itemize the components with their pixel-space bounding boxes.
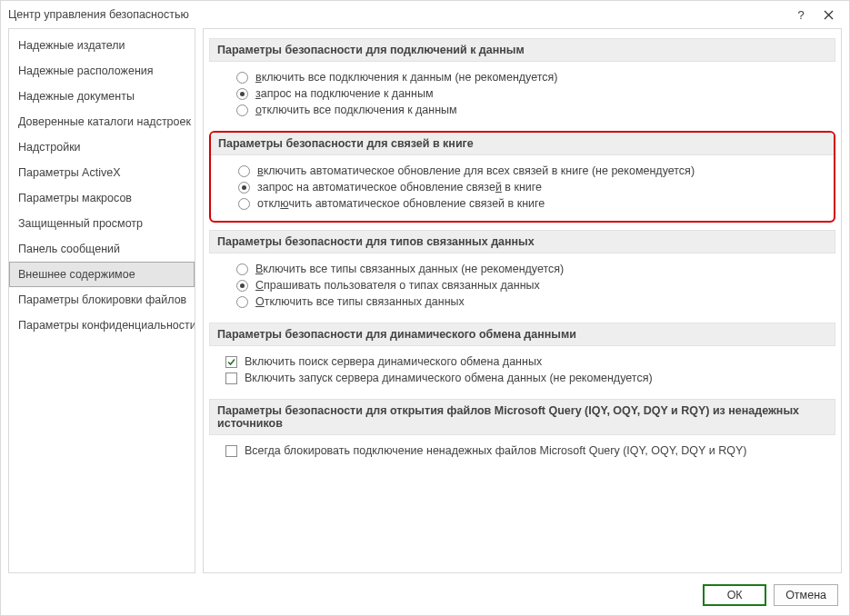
sidebar-item[interactable]: Панель сообщений <box>9 236 195 262</box>
section-data-connections: Параметры безопасности для подключений к… <box>209 38 835 124</box>
radio-option[interactable]: Включить все типы связанных данных (не р… <box>236 261 828 277</box>
ok-button[interactable]: ОК <box>703 584 766 606</box>
checkbox-option[interactable]: Включить поиск сервера динамического обм… <box>225 353 828 370</box>
radio-icon <box>236 280 248 292</box>
radio-option[interactable]: запрос на автоматическое обновление связ… <box>238 179 826 195</box>
option-label: запрос на подключение к данным <box>255 87 434 100</box>
radio-option[interactable]: Спрашивать пользователя о типах связанны… <box>236 277 828 293</box>
sidebar-item[interactable]: Надежные расположения <box>9 58 195 84</box>
radio-icon <box>236 88 248 100</box>
option-label: запрос на автоматическое обновление связ… <box>257 181 542 194</box>
cancel-button[interactable]: Отмена <box>774 584 838 606</box>
option-label: отключить автоматическое обновление связ… <box>257 197 545 210</box>
radio-icon <box>238 198 250 210</box>
sidebar-item[interactable]: Параметры ActiveX <box>9 160 195 185</box>
checkbox-option[interactable]: Всегда блокировать подключение ненадежны… <box>225 442 828 459</box>
close-button[interactable] <box>815 5 842 25</box>
option-label: включить все подключения к данным (не ре… <box>255 71 558 84</box>
checkbox-icon <box>225 445 237 457</box>
help-button[interactable]: ? <box>787 5 815 25</box>
section-header: Параметры безопасности для связей в книг… <box>211 133 834 155</box>
checkbox-option[interactable]: Включить запуск сервера динамического об… <box>225 370 828 386</box>
sidebar-item[interactable]: Доверенные каталоги надстроек <box>9 109 195 134</box>
sidebar-item[interactable]: Внешнее содержимое <box>9 262 195 287</box>
radio-icon <box>238 165 250 177</box>
section-header: Параметры безопасности для динамического… <box>209 323 835 346</box>
radio-option[interactable]: Отключить все типы связанных данных <box>236 293 828 310</box>
section-dde: Параметры безопасности для динамического… <box>209 323 835 392</box>
sidebar-item[interactable]: Надежные издатели <box>9 33 195 58</box>
checkbox-icon <box>225 373 237 384</box>
sidebar-item[interactable]: Параметры макросов <box>9 185 195 211</box>
radio-option[interactable]: запрос на подключение к данным <box>236 85 828 102</box>
sidebar-item[interactable]: Параметры блокировки файлов <box>9 287 195 313</box>
radio-option[interactable]: отключить все подключения к данным <box>236 102 828 118</box>
radio-option[interactable]: включить автоматическое обновление для в… <box>238 163 826 179</box>
radio-icon <box>236 104 248 116</box>
option-label: отключить все подключения к данным <box>255 104 457 116</box>
radio-option[interactable]: включить все подключения к данным (не ре… <box>236 69 828 85</box>
section-msquery: Параметры безопасности для открытия файл… <box>209 399 835 464</box>
section-header: Параметры безопасности для подключений к… <box>209 38 835 62</box>
section-header: Параметры безопасности для открытия файл… <box>209 399 835 435</box>
option-label: Включить запуск сервера динамического об… <box>245 372 653 384</box>
window-title: Центр управления безопасностью <box>8 8 787 21</box>
sidebar-item[interactable]: Надежные документы <box>9 84 195 109</box>
radio-icon <box>236 263 248 275</box>
radio-icon <box>236 72 248 84</box>
checkbox-icon <box>225 356 237 368</box>
sidebar-item[interactable]: Надстройки <box>9 134 195 160</box>
sidebar-item[interactable]: Защищенный просмотр <box>9 211 195 236</box>
titlebar: Центр управления безопасностью ? <box>1 1 849 26</box>
option-label: Спрашивать пользователя о типах связанны… <box>255 279 540 292</box>
option-label: Отключить все типы связанных данных <box>255 295 465 308</box>
dialog-footer: ОК Отмена <box>1 577 849 615</box>
trust-center-dialog: Центр управления безопасностью ? Надежны… <box>0 0 850 616</box>
sidebar-item[interactable]: Параметры конфиденциальности <box>9 313 195 338</box>
radio-option[interactable]: отключить автоматическое обновление связ… <box>238 195 826 212</box>
section-header: Параметры безопасности для типов связанн… <box>209 230 835 253</box>
content-pane: Параметры безопасности для подключений к… <box>203 28 842 573</box>
section-linked-data-types: Параметры безопасности для типов связанн… <box>209 230 835 315</box>
option-label: включить автоматическое обновление для в… <box>257 164 695 177</box>
radio-icon <box>238 182 250 194</box>
option-label: Включить все типы связанных данных (не р… <box>255 263 564 275</box>
option-label: Всегда блокировать подключение ненадежны… <box>245 444 746 457</box>
sidebar: Надежные издателиНадежные расположенияНа… <box>8 28 195 573</box>
section-workbook-links-highlight: Параметры безопасности для связей в книг… <box>209 131 835 223</box>
option-label: Включить поиск сервера динамического обм… <box>245 355 542 368</box>
radio-icon <box>236 296 248 308</box>
